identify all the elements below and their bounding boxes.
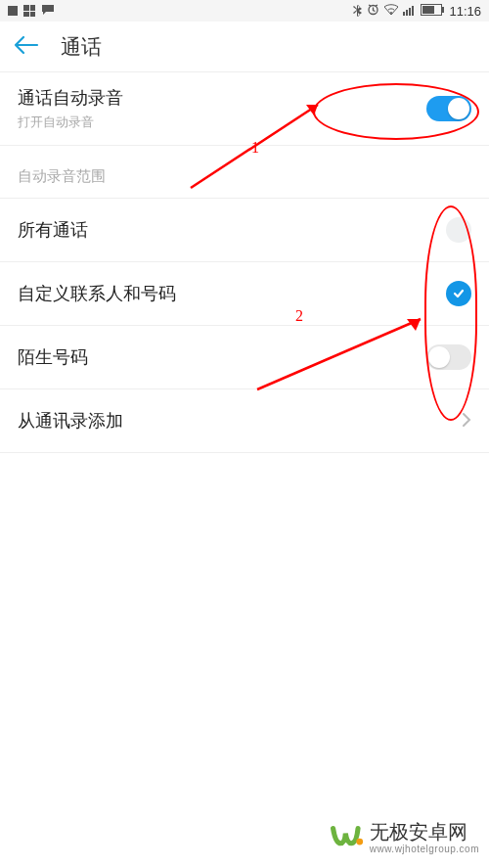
svg-rect-7 [442,7,444,13]
svg-line-11 [257,319,421,389]
status-bar: 11:16 [0,0,489,22]
status-left [8,4,55,19]
custom-contacts-label: 自定义联系人和号码 [18,282,176,305]
all-calls-row[interactable]: 所有通话 [0,199,489,261]
custom-contacts-radio[interactable] [446,281,471,306]
alarm-icon [367,3,379,19]
auto-record-toggle[interactable] [426,96,471,121]
svg-rect-8 [422,6,434,14]
all-calls-label: 所有通话 [18,218,88,242]
chevron-right-icon [462,410,471,433]
annotation-arrow-1 [181,90,337,198]
watermark-brand: 无极安卓网 [370,821,467,843]
header: 通话 [0,22,489,72]
svg-rect-3 [406,10,408,16]
status-time: 11:16 [449,4,481,19]
watermark-logo-icon [331,823,364,850]
annotation-arrow-2 [252,311,438,399]
svg-rect-4 [409,8,411,16]
status-icon-square [8,6,18,16]
svg-rect-2 [403,12,405,16]
status-right: 11:16 [353,3,481,20]
status-icon-chat [41,4,55,19]
add-from-contacts-label: 从通讯录添加 [18,409,123,433]
watermark-url: www.wjhotelgroup.com [370,844,479,854]
svg-point-1 [390,12,392,14]
all-calls-radio[interactable] [446,217,471,243]
back-button[interactable] [14,35,39,59]
svg-point-13 [356,839,363,845]
unknown-numbers-label: 陌生号码 [18,345,88,369]
wifi-icon [384,4,398,19]
auto-record-title: 通话自动录音 [18,86,123,110]
page-title: 通话 [61,33,102,61]
bluetooth-icon [353,3,362,20]
signal-icon [403,4,416,19]
battery-icon [421,4,444,19]
auto-record-subtitle: 打开自动录音 [18,114,123,131]
svg-rect-5 [412,6,414,16]
watermark: 无极安卓网 www.wjhotelgroup.com [331,819,479,854]
status-icon-grid [23,5,35,17]
svg-line-9 [191,105,318,188]
divider [0,452,489,453]
